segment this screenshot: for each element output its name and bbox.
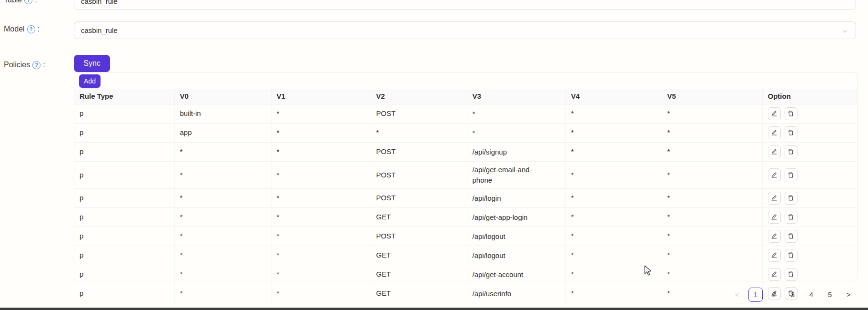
policy-cell: *	[371, 123, 467, 142]
table-row: p**POST/api/login**	[74, 188, 857, 207]
policy-cell: p	[74, 227, 174, 246]
delete-button[interactable]	[785, 126, 797, 139]
policy-cell: *	[467, 104, 565, 123]
policy-table-body: pbuilt-in*POST***papp*****p**POST/api/si…	[74, 104, 857, 303]
policy-cell: *	[271, 142, 371, 161]
policy-cell: p	[74, 161, 174, 188]
policy-cell: *	[565, 207, 662, 227]
policy-cell: *	[662, 123, 762, 142]
policy-cell: *	[271, 188, 371, 207]
option-cell	[762, 142, 857, 161]
policy-cell: *	[565, 123, 662, 142]
edit-button[interactable]	[768, 107, 781, 120]
edit-button[interactable]	[768, 268, 781, 281]
table-row: papp*****	[74, 123, 857, 142]
policy-cell: built-in	[174, 104, 271, 123]
policy-cell: *	[174, 284, 271, 303]
label-colon: :	[35, 0, 37, 4]
policy-cell: *	[565, 284, 662, 303]
edit-button[interactable]	[768, 249, 781, 262]
edit-icon	[771, 172, 777, 178]
edit-icon	[771, 129, 777, 136]
delete-button[interactable]	[785, 168, 797, 181]
delete-icon	[787, 252, 794, 258]
chevron-down-icon	[842, 28, 848, 36]
model-label-text: Model	[4, 25, 25, 33]
edit-button[interactable]	[768, 192, 781, 205]
policy-cell: *	[565, 188, 662, 207]
policy-cell: *	[271, 284, 371, 303]
policy-cell: p	[74, 188, 174, 207]
edit-button[interactable]	[768, 145, 781, 158]
table-row: p**GET/api/get-app-login**	[74, 207, 857, 227]
pagination-next-button[interactable]: >	[841, 288, 856, 302]
option-cell	[762, 207, 857, 227]
policy-table: Rule Type V0 V1 V2 V3 V4 V5 Option pbuil…	[74, 89, 857, 303]
policy-table-header: Rule Type V0 V1 V2 V3 V4 V5 Option	[74, 89, 857, 104]
policy-cell: *	[467, 123, 565, 142]
edit-icon	[771, 271, 777, 278]
delete-button[interactable]	[785, 192, 797, 205]
help-icon[interactable]: ?	[27, 25, 35, 33]
model-field-label: Model ? :	[4, 25, 40, 33]
edit-button[interactable]	[768, 168, 781, 181]
policy-cell: p	[74, 142, 174, 161]
policy-cell: GET	[371, 246, 467, 265]
edit-icon	[771, 214, 777, 220]
policy-cell: p	[74, 284, 174, 303]
column-header-rule-type: Rule Type	[74, 89, 174, 104]
pagination-prev-button[interactable]: <	[730, 288, 744, 302]
policy-cell: p	[74, 123, 174, 142]
edit-button[interactable]	[768, 126, 781, 139]
edit-button[interactable]	[768, 230, 781, 243]
column-header-v5: V5	[662, 89, 762, 104]
help-icon[interactable]: ?	[32, 61, 40, 69]
delete-button[interactable]	[785, 211, 797, 224]
model-select[interactable]: casbin_rule	[74, 21, 856, 39]
policy-cell: /api/signup	[467, 142, 565, 161]
pagination-page-active[interactable]: 1	[748, 288, 763, 302]
chevron-right-icon: >	[847, 291, 850, 299]
table-row: p**POST/api/signup**	[74, 142, 857, 161]
sync-button[interactable]: Sync	[74, 55, 110, 72]
edit-button[interactable]	[768, 211, 781, 224]
option-cell	[762, 161, 857, 188]
policy-cell: /api/get-email-and-phone	[467, 161, 565, 188]
pagination-page[interactable]: 3	[786, 288, 800, 302]
table-row: p**GET/api/logout**	[74, 246, 857, 265]
policy-cell: *	[662, 265, 762, 284]
policy-cell: *	[662, 161, 762, 188]
policy-cell: *	[174, 207, 271, 227]
pagination: < 12345 >	[730, 287, 856, 302]
delete-button[interactable]	[785, 268, 797, 281]
delete-button[interactable]	[785, 249, 797, 262]
pagination-page[interactable]: 2	[767, 288, 781, 302]
pagination-pages: 12345	[748, 288, 837, 302]
pagination-page[interactable]: 4	[804, 288, 818, 302]
pagination-page[interactable]: 5	[823, 288, 837, 302]
delete-icon	[787, 148, 794, 155]
policy-cell: *	[662, 104, 762, 123]
edit-icon	[771, 233, 777, 239]
add-button[interactable]: Add	[79, 74, 101, 88]
policy-cell: *	[565, 104, 662, 123]
policy-cell: *	[565, 265, 662, 284]
delete-button[interactable]	[785, 107, 797, 120]
policy-cell: /api/logout	[467, 246, 565, 265]
delete-button[interactable]	[785, 145, 797, 158]
delete-button[interactable]	[785, 230, 797, 243]
option-cell	[762, 227, 857, 246]
column-header-v1: V1	[271, 89, 371, 104]
table-name-input[interactable]	[74, 0, 856, 10]
policy-cell: POST	[371, 188, 467, 207]
policy-cell: *	[271, 207, 371, 227]
help-icon[interactable]: ?	[24, 0, 32, 4]
policy-cell: *	[271, 246, 371, 265]
policy-cell: *	[662, 207, 762, 227]
table-row: p**POST/api/logout**	[74, 227, 857, 246]
delete-icon	[787, 129, 794, 136]
policy-cell: GET	[371, 207, 467, 227]
policies-label-text: Policies	[4, 61, 30, 69]
delete-icon	[787, 233, 794, 239]
policy-cell: *	[662, 246, 762, 265]
